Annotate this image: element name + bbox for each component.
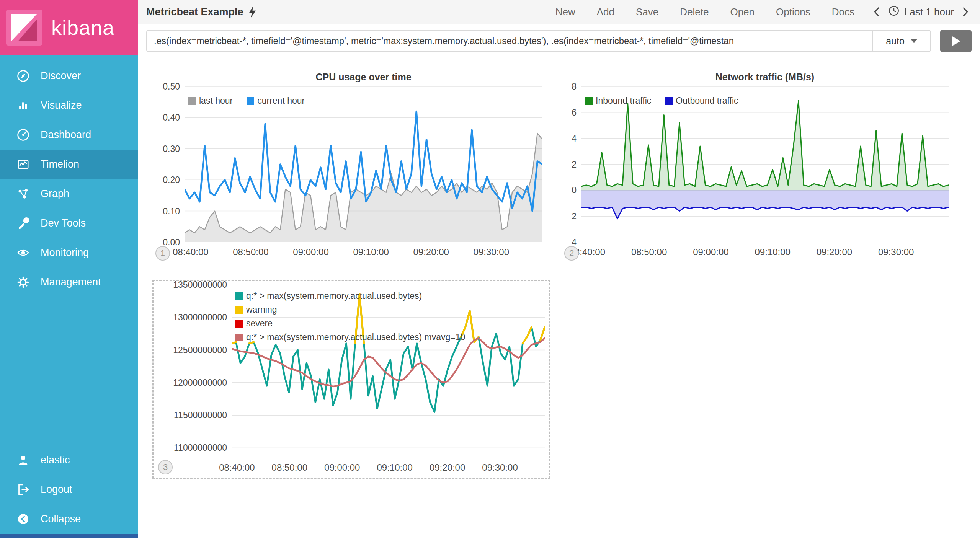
chart-title: CPU usage over time — [185, 69, 542, 86]
legend-item[interactable]: Outbound traffic — [665, 96, 738, 106]
legend-item[interactable]: Inbound traffic — [585, 96, 651, 106]
chart-legend: Inbound trafficOutbound traffic — [585, 96, 738, 106]
legend-item[interactable]: q:* > max(system.memory.actual.used.byte… — [235, 291, 465, 301]
menu-item-new[interactable]: New — [555, 6, 575, 18]
x-tick-label: 08:50:00 — [631, 247, 667, 258]
legend-label: Outbound traffic — [676, 96, 738, 106]
legend-swatch — [235, 306, 243, 314]
plot-svg — [581, 86, 949, 242]
interval-select[interactable]: auto — [873, 31, 930, 51]
y-tick-label: 0.20 — [163, 175, 180, 185]
menu-item-open[interactable]: Open — [730, 6, 755, 18]
sidebar-item-timelion[interactable]: Timelion — [0, 150, 138, 179]
sidebar-item-label: Discover — [41, 70, 81, 82]
menu-item-docs[interactable]: Docs — [832, 6, 854, 18]
interval-value: auto — [886, 36, 905, 47]
legend-swatch — [235, 292, 243, 300]
chart-badge: 3 — [158, 460, 173, 474]
sidebar-item-graph[interactable]: Graph — [0, 179, 138, 209]
x-tick-label: 09:00:00 — [293, 247, 328, 258]
plot-svg — [185, 86, 542, 242]
sidebar-item-label: Graph — [41, 188, 69, 200]
sidebar-item-dev-tools[interactable]: Dev Tools — [0, 209, 138, 238]
x-tick-label: 08:40:00 — [173, 247, 208, 258]
legend-swatch — [585, 97, 593, 105]
chart-network-traffic: Network traffic (MB/s) 86420-2-4 Inbound… — [562, 69, 949, 261]
time-forward-icon[interactable] — [959, 6, 972, 18]
time-picker-label: Last 1 hour — [904, 6, 954, 18]
menu-item-save[interactable]: Save — [636, 6, 658, 18]
x-tick-label: 09:30:00 — [474, 247, 509, 258]
chart-badge: 2 — [564, 246, 579, 261]
x-tick-label: 09:30:00 — [878, 247, 914, 258]
legend-label: warning — [246, 305, 277, 315]
timelion-query-input[interactable] — [147, 31, 872, 51]
legend-item[interactable]: warning — [235, 305, 465, 315]
x-tick-label: 09:10:00 — [755, 247, 790, 258]
caret-down-icon — [911, 39, 917, 43]
chart-legend: last hourcurrent hour — [188, 96, 305, 106]
legend-item[interactable]: q:* > max(system.memory.actual.used.byte… — [235, 332, 465, 342]
topbar: Metricbeat Example NewAddSaveDeleteOpenO… — [138, 0, 980, 24]
y-tick-label: 0.50 — [163, 82, 180, 92]
plot-area[interactable]: q:* > max(system.memory.actual.used.byte… — [232, 285, 545, 458]
chart-badge: 1 — [155, 246, 170, 261]
x-tick-label: 09:20:00 — [817, 247, 852, 258]
y-axis-labels: 1350000000013000000000125000000001200000… — [158, 285, 232, 458]
x-axis-labels: 08:40:0008:50:0009:00:0009:10:0009:20:00… — [581, 242, 949, 261]
sidebar-footer: elasticLogoutCollapse — [0, 445, 138, 534]
legend-label: q:* > max(system.memory.actual.used.byte… — [246, 291, 422, 301]
menu-item-options[interactable]: Options — [776, 6, 810, 18]
y-tick-label: 12000000000 — [173, 377, 227, 388]
sidebar-item-monitoring[interactable]: Monitoring — [0, 238, 138, 267]
x-tick-label: 09:10:00 — [377, 462, 412, 473]
compass-icon — [16, 69, 30, 83]
logout-icon — [16, 483, 30, 497]
time-back-icon[interactable] — [870, 6, 884, 18]
sidebar-item-collapse[interactable]: Collapse — [0, 504, 138, 534]
legend-label: severe — [246, 318, 273, 329]
menu-item-delete[interactable]: Delete — [680, 6, 709, 18]
legend-item[interactable]: severe — [235, 318, 465, 329]
legend-label: last hour — [199, 96, 233, 106]
gauge-icon — [16, 128, 30, 142]
x-tick-label: 09:10:00 — [353, 247, 389, 258]
legend-swatch — [235, 334, 243, 341]
play-icon — [952, 36, 960, 46]
y-tick-label: 13000000000 — [173, 312, 227, 323]
sidebar-item-management[interactable]: Management — [0, 267, 138, 297]
x-tick-label: 08:40:00 — [219, 462, 255, 473]
time-picker[interactable]: Last 1 hour — [888, 5, 954, 19]
x-tick-label: 08:50:00 — [272, 462, 307, 473]
x-tick-label: 08:50:00 — [233, 247, 268, 258]
y-tick-label: -2 — [569, 211, 577, 222]
sidebar-item-logout[interactable]: Logout — [0, 475, 138, 504]
menu-item-add[interactable]: Add — [597, 6, 614, 18]
sidebar-item-dashboard[interactable]: Dashboard — [0, 120, 138, 150]
sidebar-item-visualize[interactable]: Visualize — [0, 91, 138, 120]
y-tick-label: 0.40 — [163, 112, 180, 123]
legend-label: q:* > max(system.memory.actual.used.byte… — [246, 332, 465, 342]
y-tick-label: 0.10 — [163, 206, 180, 216]
query-row: auto — [138, 24, 980, 57]
y-tick-label: 8 — [572, 82, 577, 92]
sidebar-item-label: elastic — [41, 454, 70, 466]
sidebar: kibana DiscoverVisualizeDashboardTimelio… — [0, 0, 138, 538]
legend-item[interactable]: current hour — [247, 96, 305, 106]
kibana-logo[interactable]: kibana — [0, 0, 138, 55]
y-tick-label: 12500000000 — [173, 345, 227, 355]
collapse-circle-icon — [16, 512, 30, 526]
y-tick-label: 0.00 — [163, 237, 180, 248]
y-tick-label: 2 — [572, 159, 577, 170]
plot-area[interactable]: last hourcurrent hour — [185, 86, 542, 242]
timelion-icon — [16, 157, 30, 171]
run-query-button[interactable] — [940, 30, 972, 52]
plot-area[interactable]: Inbound trafficOutbound traffic — [581, 86, 949, 242]
sidebar-item-discover[interactable]: Discover — [0, 61, 138, 91]
legend-item[interactable]: last hour — [188, 96, 233, 106]
chart-memory-used[interactable]: 1350000000013000000000125000000001200000… — [152, 280, 550, 479]
sidebar-item-elastic[interactable]: elastic — [0, 445, 138, 475]
y-tick-label: 11500000000 — [174, 410, 227, 421]
eye-icon — [16, 246, 30, 260]
sidebar-item-label: Management — [41, 276, 101, 288]
